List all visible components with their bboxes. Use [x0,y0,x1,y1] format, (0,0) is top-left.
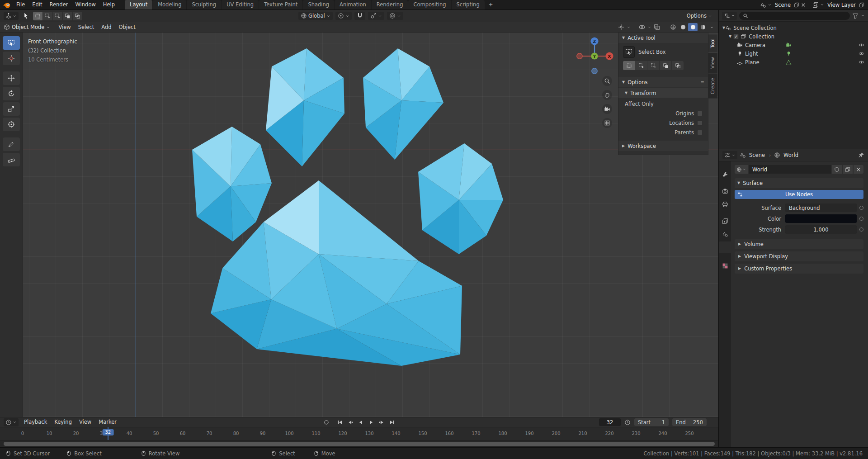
mode-invert-button[interactable] [660,61,671,70]
shading-dropdown-icon[interactable] [710,25,714,29]
eye-icon[interactable] [859,42,864,48]
orientation-dropdown[interactable]: Global [298,12,333,20]
animate-decorator[interactable] [857,227,863,232]
rotate-tool-button[interactable] [3,87,20,100]
workspace-tab-uv-editing[interactable]: UV Editing [222,0,259,9]
mode-dropdown[interactable]: Object Mode [4,24,50,30]
parents-checkbox[interactable] [697,130,703,135]
shading-wireframe[interactable] [668,23,678,31]
scrollbar-handle[interactable] [4,442,715,446]
timeline-menu-keying[interactable]: Keying [51,417,75,427]
mode-invert-button[interactable] [63,12,72,20]
workspace-tab-shading[interactable]: Shading [303,0,334,9]
playhead-frame-badge[interactable]: 32 [102,429,113,435]
mode-subtract-button[interactable] [647,61,659,70]
gizmo-x-negative[interactable] [577,53,582,59]
grid-ortho-icon[interactable] [602,118,612,128]
workspace-tab-layout[interactable]: Layout [125,0,152,9]
browse-world-button[interactable] [735,165,748,174]
key-next-button[interactable] [377,418,387,426]
mode-intersect-button[interactable] [672,61,684,70]
animate-decorator[interactable] [857,206,863,210]
workspace-tab-animation[interactable]: Animation [335,0,371,9]
npanel-tab-tool[interactable]: Tool [708,34,717,52]
origins-checkbox[interactable] [697,111,703,116]
blender-logo-icon[interactable] [3,1,11,9]
fake-user-button[interactable] [832,165,842,174]
outliner-search[interactable] [739,12,850,20]
properties-tab-texture[interactable] [719,260,731,272]
gizmo-z-negative[interactable] [592,68,597,74]
zoom-icon[interactable] [602,76,612,86]
viewport-menu-view[interactable]: View [55,23,74,32]
mode-set-button[interactable] [623,61,635,70]
use-nodes-button[interactable]: Use Nodes [735,190,863,199]
play-reverse-button[interactable] [356,418,366,426]
panel-volume[interactable]: ▶Volume [735,239,863,249]
properties-editor-selector[interactable] [722,151,737,159]
mode-intersect-button[interactable] [73,12,82,20]
cursor-tool-button[interactable] [3,52,20,65]
animate-decorator[interactable] [857,217,863,221]
proportional-edit-dropdown[interactable] [387,12,403,20]
start-frame-field[interactable]: Start 1 [634,418,669,426]
measure-tool-button[interactable] [3,153,20,166]
outliner-row-scene-collection[interactable]: ▼Scene Collection [719,24,868,32]
pin-icon[interactable] [858,152,864,158]
new-world-button[interactable] [843,165,853,174]
chevron-down-icon[interactable] [647,25,651,29]
viewport-menu-add[interactable]: Add [98,23,115,32]
menu-help[interactable]: Help [99,0,118,9]
timeline-ruler[interactable]: 0102030405060708090100110120130140150160… [0,427,718,440]
timeline-menu-view[interactable]: View [75,417,95,427]
filter-icon[interactable] [852,13,859,19]
unlink-world-button[interactable] [854,165,863,174]
collection-checkbox[interactable] [733,34,739,39]
snap-target-dropdown[interactable] [368,12,384,20]
shading-solid[interactable] [678,23,688,31]
editor-type-selector[interactable] [4,12,19,20]
navigation-gizmo[interactable]: Z X Y [575,35,614,77]
select-box-tool-button[interactable] [3,36,20,50]
workspace-panel-header[interactable]: ▶ Workspace [618,141,708,151]
new-view-layer-button[interactable] [859,2,864,8]
menu-render[interactable]: Render [46,0,72,9]
timeline-menu-playback[interactable]: Playback [20,417,51,427]
panel-viewport-display[interactable]: ▶Viewport Display [735,251,863,261]
view-layer-selector[interactable]: View Layer [812,2,864,8]
viewport-menu-object[interactable]: Object [115,23,139,32]
workspace-tab-modeling[interactable]: Modeling [153,0,186,9]
delete-scene-button[interactable] [801,2,806,8]
properties-tab-view-layer[interactable] [719,215,731,227]
shading-rendered[interactable] [698,23,708,31]
properties-tab-render[interactable] [719,185,731,197]
workspace-tab-rendering[interactable]: Rendering [372,0,408,9]
npanel-tab-view[interactable]: View [708,53,717,73]
chevron-down-icon[interactable] [861,14,865,18]
workspace-tab-scripting[interactable]: Scripting [452,0,485,9]
breadcrumb-scene[interactable]: Scene [749,152,765,158]
menu-file[interactable]: File [13,0,28,9]
strength-field[interactable]: 1.000 [785,225,857,234]
pan-icon[interactable] [602,90,612,100]
expand-arrow-icon[interactable]: ▼ [729,35,731,38]
workspace-tab-sculpting[interactable]: Sculpting [187,0,221,9]
options-panel-header[interactable]: ▼ Options ≡ [618,77,708,87]
gizmos-icon[interactable] [618,24,624,30]
breadcrumb-world[interactable]: World [783,152,798,158]
workspace-tab-texture-paint[interactable]: Texture Paint [259,0,302,9]
viewport-canvas[interactable]: Front Orthographic (32) Collection 10 Ce… [0,33,718,417]
new-scene-button[interactable] [794,2,799,8]
eye-icon[interactable] [859,51,864,57]
select-box-tool-icon[interactable] [623,46,635,58]
auto-key-button[interactable] [322,418,331,426]
locations-checkbox[interactable] [697,120,703,126]
shading-material-preview[interactable] [688,23,698,31]
properties-tab-tool[interactable] [719,169,731,180]
mode-subtract-button[interactable] [53,12,62,20]
panel-menu-icon[interactable]: ≡ [701,80,704,85]
search-input[interactable] [750,13,846,19]
viewport-menu-select[interactable]: Select [75,23,98,32]
menu-window[interactable]: Window [71,0,99,9]
eye-icon[interactable] [859,59,864,65]
